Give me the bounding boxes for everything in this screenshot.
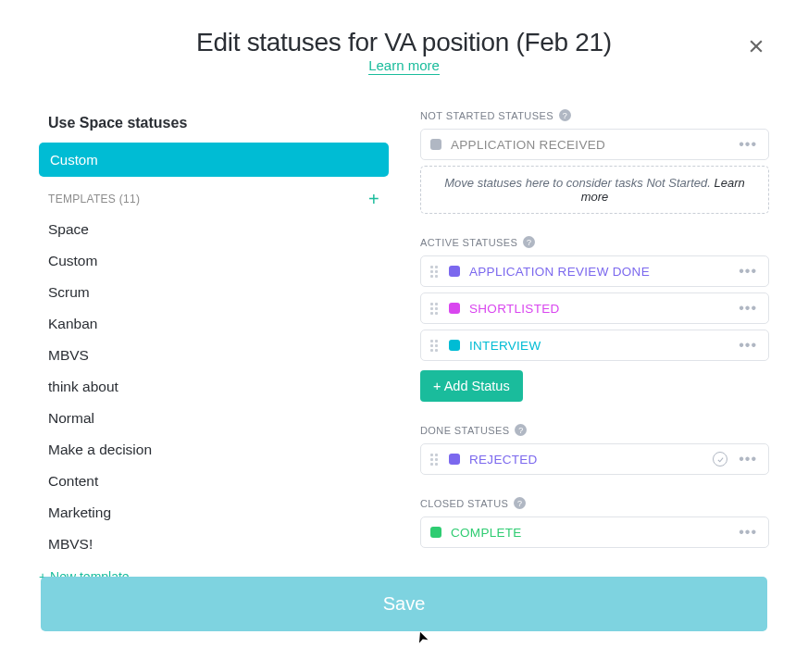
templates-label: TEMPLATES (11) (48, 193, 140, 205)
template-item[interactable]: MBVS! (39, 529, 389, 560)
status-color-chip[interactable] (430, 139, 441, 150)
status-row[interactable]: APPLICATION REVIEW DONE••• (420, 255, 769, 287)
more-icon[interactable]: ••• (737, 451, 759, 467)
not-started-label: NOT STARTED STATUSES (420, 110, 553, 121)
close-icon[interactable] (743, 33, 769, 59)
active-label: ACTIVE STATUSES (420, 237, 517, 248)
template-item[interactable]: Kanban (39, 308, 389, 340)
check-circle-icon[interactable] (713, 452, 727, 467)
status-row[interactable]: COMPLETE••• (420, 516, 769, 548)
templates-sidebar: Use Space statuses Custom TEMPLATES (11)… (39, 109, 389, 584)
modal-header: Edit statuses for VA position (Feb 21) L… (39, 28, 769, 74)
done-label: DONE STATUSES (420, 425, 509, 436)
status-color-chip[interactable] (449, 266, 460, 277)
more-icon[interactable]: ••• (737, 300, 759, 317)
more-icon[interactable]: ••• (737, 524, 759, 541)
add-status-button[interactable]: + Add Status (420, 370, 523, 402)
add-template-icon[interactable]: + (368, 190, 379, 208)
drag-handle-icon[interactable] (430, 266, 441, 278)
custom-option-selected[interactable]: Custom (39, 143, 389, 177)
help-icon[interactable]: ? (559, 109, 571, 121)
closed-section: CLOSED STATUS ? COMPLETE••• (420, 497, 769, 548)
status-color-chip[interactable] (449, 340, 460, 351)
template-item[interactable]: Scrum (39, 277, 389, 308)
not-started-dropzone[interactable]: Move statuses here to consider tasks Not… (420, 166, 769, 214)
template-item[interactable]: Space (39, 214, 389, 245)
status-name-label: APPLICATION RECEIVED (451, 138, 737, 152)
status-name-label: COMPLETE (451, 526, 737, 540)
active-section: ACTIVE STATUSES ? APPLICATION REVIEW DON… (420, 236, 769, 402)
help-icon[interactable]: ? (514, 497, 526, 509)
learn-more-link[interactable]: Learn more (368, 57, 440, 75)
status-name-label: INTERVIEW (469, 339, 737, 353)
not-started-section: NOT STARTED STATUSES ? APPLICATION RECEI… (420, 109, 769, 214)
template-item[interactable]: think about (39, 371, 389, 403)
more-icon[interactable]: ••• (737, 136, 759, 153)
template-item[interactable]: Normal (39, 403, 389, 434)
template-item[interactable]: MBVS (39, 340, 389, 371)
save-button[interactable]: Save (41, 577, 767, 631)
drag-handle-icon[interactable] (430, 303, 441, 315)
status-row[interactable]: APPLICATION RECEIVED••• (420, 129, 769, 160)
edit-statuses-modal: Edit statuses for VA position (Feb 21) L… (0, 0, 808, 672)
drag-handle-icon[interactable] (430, 340, 441, 352)
template-item[interactable]: Content (39, 466, 389, 497)
status-color-chip[interactable] (449, 303, 460, 314)
more-icon[interactable]: ••• (737, 263, 759, 280)
help-icon[interactable]: ? (515, 424, 527, 436)
status-color-chip[interactable] (430, 527, 441, 538)
template-item[interactable]: Marketing (39, 497, 389, 529)
status-row[interactable]: SHORTLISTED••• (420, 292, 769, 324)
drag-handle-icon[interactable] (430, 454, 441, 466)
status-name-label: REJECTED (469, 453, 713, 467)
template-item[interactable]: Make a decision (39, 434, 389, 466)
status-row[interactable]: INTERVIEW••• (420, 330, 769, 361)
more-icon[interactable]: ••• (737, 337, 759, 354)
status-name-label: APPLICATION REVIEW DONE (469, 265, 737, 279)
done-section: DONE STATUSES ? REJECTED••• (420, 424, 769, 475)
status-color-chip[interactable] (449, 454, 460, 465)
modal-title: Edit statuses for VA position (Feb 21) (39, 28, 769, 57)
status-row[interactable]: REJECTED••• (420, 443, 769, 475)
help-icon[interactable]: ? (523, 236, 535, 248)
status-name-label: SHORTLISTED (469, 302, 737, 316)
closed-label: CLOSED STATUS (420, 498, 508, 509)
template-item[interactable]: Custom (39, 245, 389, 277)
use-space-statuses-option[interactable]: Use Space statuses (39, 109, 389, 137)
